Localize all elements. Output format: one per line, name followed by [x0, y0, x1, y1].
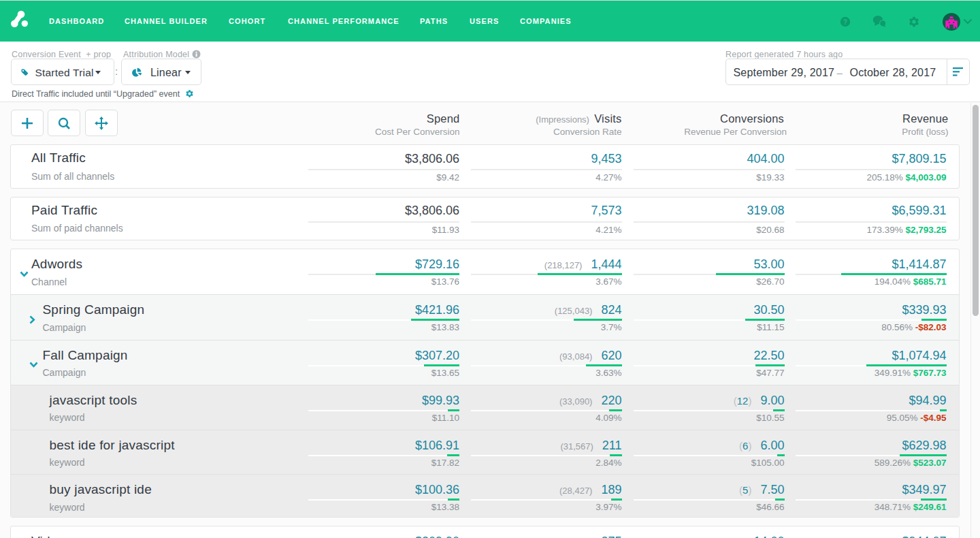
svg-text:?: ?: [843, 18, 847, 26]
